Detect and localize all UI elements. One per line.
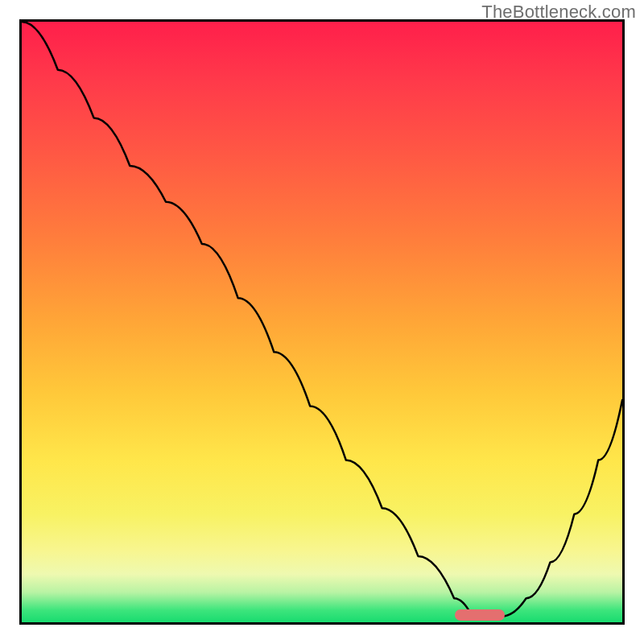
chart-root: TheBottleneck.com bbox=[0, 0, 644, 644]
plot-frame bbox=[19, 19, 625, 625]
optimal-range-marker bbox=[455, 609, 505, 621]
bottleneck-curve bbox=[22, 22, 622, 622]
